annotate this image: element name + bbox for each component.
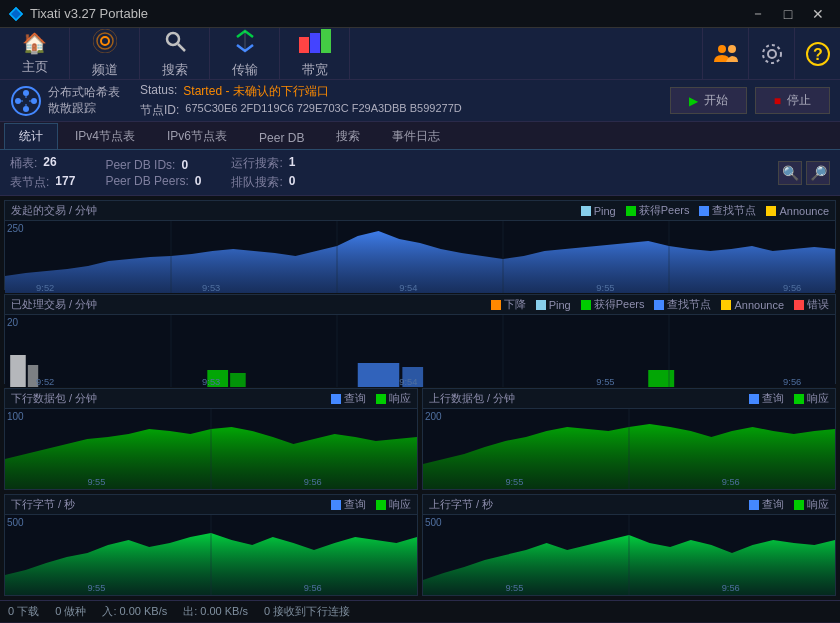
- chart6-ymax: 500: [425, 517, 442, 528]
- dht-logo: 分布式哈希表 散散跟踪: [10, 85, 120, 117]
- close-button[interactable]: ✕: [804, 3, 832, 25]
- svg-rect-9: [310, 33, 320, 53]
- stop-button[interactable]: ■ 停止: [755, 87, 830, 114]
- chart3-header: 下行数据包 / 分钟 查询 响应: [5, 389, 417, 409]
- svg-text:9:52: 9:52: [36, 377, 54, 387]
- nav-home[interactable]: 🏠 主页: [0, 28, 70, 79]
- status-label: Status:: [140, 83, 177, 100]
- svg-point-18: [15, 98, 21, 104]
- chart1-legend: Ping 获得Peers 查找节点 Announce: [581, 203, 829, 218]
- legend6-response: 响应: [794, 497, 829, 512]
- svg-rect-75: [376, 500, 386, 510]
- svg-rect-40: [491, 300, 501, 310]
- chart-ul-bytes: 上行字节 / 秒 查询 响应 500: [422, 494, 836, 596]
- tab-search[interactable]: 搜索: [321, 123, 375, 149]
- svg-rect-81: [794, 500, 804, 510]
- chart5-header: 下行字节 / 秒 查询 响应: [5, 495, 417, 515]
- svg-rect-8: [299, 37, 309, 53]
- svg-text:9:54: 9:54: [399, 283, 417, 293]
- transfer-icon: [233, 29, 257, 58]
- svg-rect-62: [331, 394, 341, 404]
- svg-text:9:55: 9:55: [596, 377, 614, 387]
- chart4-ymax: 200: [425, 411, 442, 422]
- status-value: Started - 未确认的下行端口: [183, 83, 328, 100]
- nav-channels[interactable]: 频道: [70, 28, 140, 79]
- svg-rect-80: [749, 500, 759, 510]
- nav-channels-label: 频道: [92, 61, 118, 79]
- app-title: Tixati v3.27 Portable: [30, 6, 148, 21]
- legend-announce: Announce: [766, 205, 829, 217]
- chart1-header: 发起的交易 / 分钟 Ping 获得Peers 查找节点 Announce: [5, 201, 835, 221]
- legend3-response: 响应: [376, 391, 411, 406]
- search-icon: [163, 29, 187, 58]
- maximize-button[interactable]: □: [774, 3, 802, 25]
- table-label: 桶表:: [10, 155, 37, 172]
- svg-text:9:56: 9:56: [304, 477, 322, 487]
- chart6-title: 上行字节 / 秒: [429, 497, 493, 512]
- peerdb-ids-label: Peer DB IDs:: [105, 158, 175, 172]
- chart6-header: 上行字节 / 秒 查询 响应: [423, 495, 835, 515]
- chart6-svg: 9:55 9:56: [423, 515, 835, 595]
- nav-settings-button[interactable]: [748, 28, 794, 80]
- nav-bandwidth[interactable]: 带宽: [280, 28, 350, 79]
- svg-point-5: [167, 33, 179, 45]
- svg-text:?: ?: [813, 46, 823, 63]
- peerdb-ids-val: 0: [181, 158, 188, 172]
- chart5-ymax: 500: [7, 517, 24, 528]
- dht-bar: 分布式哈希表 散散跟踪 Status: Started - 未确认的下行端口 节…: [0, 80, 840, 122]
- tab-peerdb[interactable]: Peer DB: [244, 126, 319, 149]
- legend4-query: 查询: [749, 391, 784, 406]
- svg-point-3: [97, 33, 113, 49]
- svg-text:9:53: 9:53: [202, 283, 220, 293]
- legend2-getpeers: 获得Peers: [581, 297, 645, 312]
- nav-transfer[interactable]: 传输: [210, 28, 280, 79]
- chart2-title: 已处理交易 / 分钟: [11, 297, 97, 312]
- svg-point-13: [768, 50, 776, 58]
- tab-eventlog[interactable]: 事件日志: [377, 123, 455, 149]
- legend-ping: Ping: [581, 205, 616, 217]
- legend5-query: 查询: [331, 497, 366, 512]
- nav-help-button[interactable]: ?: [794, 28, 840, 80]
- tab-stats[interactable]: 统计: [4, 123, 58, 149]
- tab-ipv6[interactable]: IPv6节点表: [152, 123, 242, 149]
- app-icon: [8, 6, 24, 22]
- svg-text:9:55: 9:55: [596, 283, 614, 293]
- home-icon: 🏠: [22, 31, 47, 55]
- nav-search-label: 搜索: [162, 61, 188, 79]
- start-button[interactable]: ▶ 开始: [670, 87, 747, 114]
- zoom-in-button[interactable]: 🔍: [778, 161, 802, 185]
- svg-text:9:55: 9:55: [87, 477, 105, 487]
- nav-transfer-label: 传输: [232, 61, 258, 79]
- status-seeds: 0 做种: [55, 604, 86, 619]
- chart6-legend: 查询 响应: [749, 497, 829, 512]
- chart4-svg: 9:55 9:56: [423, 409, 835, 489]
- svg-marker-30: [5, 231, 835, 293]
- statusbar: 0 下载 0 做种 入: 0.00 KB/s 出: 0.00 KB/s 0 接收…: [0, 600, 840, 622]
- legend2-announce: Announce: [721, 299, 784, 311]
- legend4-response: 响应: [794, 391, 829, 406]
- svg-rect-49: [230, 373, 246, 387]
- chart2-header: 已处理交易 / 分钟 下降 Ping 获得Peers 查找节点: [5, 295, 835, 315]
- svg-text:9:56: 9:56: [722, 477, 740, 487]
- chart3-ymax: 100: [7, 411, 24, 422]
- legend3-query: 查询: [331, 391, 366, 406]
- nav-search[interactable]: 搜索: [140, 28, 210, 79]
- chart5-svg: 9:55 9:56: [5, 515, 417, 595]
- chart2-legend: 下降 Ping 获得Peers 查找节点 Announce: [491, 297, 829, 312]
- svg-rect-43: [654, 300, 664, 310]
- dht-title: 分布式哈希表 散散跟踪: [48, 85, 120, 116]
- node-val: 177: [55, 174, 75, 191]
- chart4-title: 上行数据包 / 分钟: [429, 391, 515, 406]
- minimize-button[interactable]: －: [744, 3, 772, 25]
- zoom-out-button[interactable]: 🔎: [806, 161, 830, 185]
- chart3-body: 100 9:55 9:56: [5, 409, 417, 489]
- svg-rect-68: [749, 394, 759, 404]
- svg-rect-27: [626, 206, 636, 216]
- legend2-down: 下降: [491, 297, 526, 312]
- legend2-findnode: 查找节点: [654, 297, 711, 312]
- nav-users-button[interactable]: [702, 28, 748, 80]
- status-connections: 0 接收到下行连接: [264, 604, 350, 619]
- charts-area: 发起的交易 / 分钟 Ping 获得Peers 查找节点 Announce: [0, 196, 840, 600]
- stats-col-right: 运行搜索: 1 排队搜索: 0: [231, 155, 295, 191]
- tab-ipv4[interactable]: IPv4节点表: [60, 123, 150, 149]
